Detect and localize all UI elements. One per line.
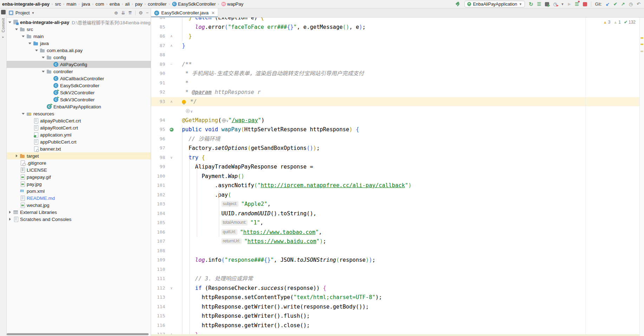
code-text[interactable]: // 3. 处理响应或异常 xyxy=(178,274,253,284)
fold-marker[interactable] xyxy=(165,181,178,190)
code-text[interactable]: .pay( xyxy=(178,190,231,200)
git-push-button[interactable]: ↗ xyxy=(621,2,625,6)
line-number[interactable]: 101 xyxy=(151,181,165,190)
code-text[interactable]: totalAmount:"1", xyxy=(178,218,264,228)
fold-marker[interactable] xyxy=(165,162,178,172)
fold-marker[interactable] xyxy=(165,106,178,116)
code-text[interactable]: * xyxy=(178,78,189,88)
locate-file-icon[interactable]: ⊕ xyxy=(114,10,118,15)
line-number[interactable]: 84 xyxy=(151,18,165,23)
code-text[interactable]: if (ResponseChecker.success(response)) { xyxy=(178,284,326,293)
code-line-97[interactable]: 97 Factory.setOptions(getSandBoxOptions(… xyxy=(151,144,639,153)
stripe-mark[interactable] xyxy=(640,37,643,39)
fold-marker[interactable] xyxy=(165,69,178,78)
line-number[interactable]: 90 xyxy=(151,69,165,78)
code-text[interactable]: } catch (Exception e) { xyxy=(178,18,264,23)
tree-arrow-icon[interactable] xyxy=(14,153,20,159)
line-number[interactable]: 87 xyxy=(151,41,165,51)
code-text[interactable]: @GetMapping(∨"/wap-pay") xyxy=(178,116,265,125)
code-text[interactable]: log.info("response###{}", JSON.toJSONStr… xyxy=(178,255,376,265)
tree-item-apppubliccert-crt[interactable]: appPublicCert.crt xyxy=(7,138,151,145)
tree-item-config[interactable]: config xyxy=(7,54,151,61)
line-number[interactable]: 103 xyxy=(151,199,165,209)
breadcrumb-item-pay[interactable]: pay xyxy=(135,1,142,7)
code-line-89[interactable]: 89−/** xyxy=(151,60,639,69)
line-number[interactable]: 91 xyxy=(151,78,165,88)
fold-marker[interactable] xyxy=(165,190,178,200)
url-mapping-icon[interactable] xyxy=(186,109,190,113)
breadcrumb-item-enba[interactable]: enba xyxy=(110,1,120,7)
line-number[interactable]: 92 xyxy=(151,88,165,97)
line-number[interactable]: 110 xyxy=(151,265,165,274)
line-number[interactable]: 95 xyxy=(151,125,165,134)
tree-item-alipayrootcert-crt[interactable]: alipayRootCert.crt xyxy=(7,124,151,131)
line-number[interactable]: 99 xyxy=(151,162,165,172)
collapse-all-icon[interactable]: ⇈ xyxy=(128,10,132,15)
build-hammer-icon[interactable] xyxy=(455,1,461,7)
tree-item-com-enba-ali-pay[interactable]: com.enba.ali.pay xyxy=(7,47,151,54)
line-number[interactable]: 89 xyxy=(151,60,165,69)
tree-arrow-icon[interactable] xyxy=(21,111,26,116)
attach-debugger-icon[interactable]: ☰ xyxy=(575,1,579,7)
code-text[interactable] xyxy=(178,50,182,60)
services-icon[interactable]: ☰ xyxy=(537,2,541,6)
code-text[interactable]: // 沙箱环境 xyxy=(178,134,220,144)
tree-item-alicallbackcontroller[interactable]: AliCallbackController xyxy=(7,75,151,82)
line-number[interactable]: 96 xyxy=(151,134,165,144)
tree-arrow-icon[interactable] xyxy=(14,26,20,32)
code-line-88[interactable]: 88 xyxy=(151,50,639,60)
globe-icon[interactable] xyxy=(222,119,226,122)
line-number[interactable]: 88 xyxy=(151,50,165,60)
code-line-108[interactable]: 108 xyxy=(151,246,639,256)
tree-item-resources[interactable]: resources xyxy=(7,110,151,117)
code-text[interactable]: UUID.randomUUID().toString(), xyxy=(178,209,317,218)
tree-arrow-icon[interactable] xyxy=(41,69,46,74)
fold-marker[interactable]: ∧ xyxy=(165,97,178,107)
code-line-hint[interactable]: ∨ xyxy=(151,106,639,116)
intention-bulb-icon[interactable] xyxy=(182,100,186,104)
history-button[interactable]: ◷ xyxy=(629,2,633,6)
run-with-coverage-button[interactable] xyxy=(545,2,549,6)
breadcrumb-item-src[interactable]: src xyxy=(55,1,61,7)
code-text[interactable] xyxy=(178,265,182,274)
code-line-86[interactable]: 86∧ } xyxy=(151,32,639,41)
breadcrumb-item-easysdkcontroller[interactable]: CEasySdkController xyxy=(172,1,216,7)
line-number[interactable]: 100 xyxy=(151,172,165,181)
breadcrumb-item-controller[interactable]: controller xyxy=(148,1,167,7)
tree-item-banner-txt[interactable]: banner.txt xyxy=(7,145,151,152)
tree-item-enba-integrate-ali-pay[interactable]: enba-integrate-ali-payD:\恩爸编程脚手架系列\184\e… xyxy=(7,19,151,26)
line-number[interactable]: 115 xyxy=(151,311,165,321)
fold-marker[interactable] xyxy=(165,144,178,153)
code-text[interactable]: Payment.Wap() xyxy=(178,172,244,181)
inspections-widget[interactable]: ▲3 ▲1 ✔132 xyxy=(603,20,636,25)
code-text[interactable]: .asyncNotify("http://iprcem.natappfree.c… xyxy=(178,181,411,190)
code-text[interactable]: Factory.setOptions(getSandBoxOptions()); xyxy=(178,144,320,153)
code-text[interactable]: * @param httpResponse r xyxy=(178,88,261,97)
code-text[interactable]: ∨ xyxy=(178,106,193,116)
tree-arrow-icon[interactable] xyxy=(41,55,46,60)
expand-all-icon[interactable]: ⇊ xyxy=(121,10,125,15)
code-text[interactable]: * 手机网站-生成交易表单，渲染后自动跳转支付宝网站引导用户完成支付 xyxy=(178,69,364,78)
tree-item-pagepay-gif[interactable]: pagepay.gif xyxy=(7,173,151,180)
code-line-98[interactable]: 98∨ try { xyxy=(151,153,639,163)
code-line-110[interactable]: 110 xyxy=(151,265,639,274)
code-text[interactable]: AlipayTradeWapPayResponse response = xyxy=(178,162,313,172)
stripe-mark[interactable] xyxy=(640,44,643,45)
code-line-115[interactable]: 115 httpResponse.getWriter().flush(); xyxy=(151,311,639,321)
line-number[interactable]: 105 xyxy=(151,218,165,228)
tree-arrow-icon[interactable] xyxy=(21,33,26,39)
tree-item-controller[interactable]: controller xyxy=(7,68,151,75)
code-line-101[interactable]: 101 .asyncNotify("http://iprcem.natappfr… xyxy=(151,181,639,190)
code-line-87[interactable]: 87∧} xyxy=(151,41,639,51)
code-line-105[interactable]: 105 totalAmount:"1", xyxy=(151,218,639,228)
code-line-100[interactable]: 100 Payment.Wap() xyxy=(151,172,639,181)
tree-item-easysdkcontroller[interactable]: EasySdkController xyxy=(7,82,151,89)
code-line-112[interactable]: 112∨ if (ResponseChecker.success(respons… xyxy=(151,284,639,293)
code-line-103[interactable]: 103 subject:"Apple2", xyxy=(151,199,639,209)
code-line-85[interactable]: 85 log.error("faceToFace err###{}", e.ge… xyxy=(151,23,639,32)
code-text[interactable]: httpResponse.setContentType("text/html;c… xyxy=(178,293,382,302)
line-number[interactable] xyxy=(151,106,165,116)
project-tree-horizontal-scrollbar[interactable] xyxy=(7,333,149,335)
code-text[interactable]: public void wapPay(HttpServletResponse h… xyxy=(178,125,359,134)
code-text[interactable]: */ xyxy=(178,97,197,107)
